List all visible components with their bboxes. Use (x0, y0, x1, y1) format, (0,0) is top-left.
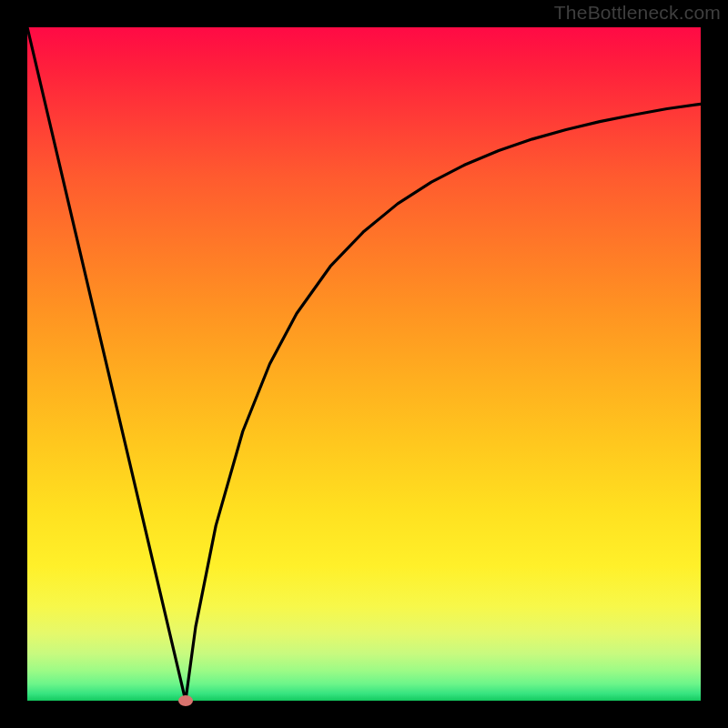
min-point-marker (178, 695, 193, 706)
chart-frame: TheBottleneck.com (0, 0, 728, 728)
curve-path (27, 27, 701, 701)
curve-svg (27, 27, 701, 701)
plot-area (27, 27, 701, 701)
watermark-text: TheBottleneck.com (554, 2, 721, 24)
